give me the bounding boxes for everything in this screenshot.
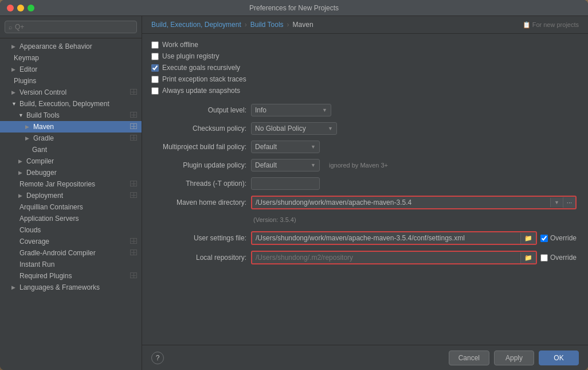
output-level-control: Info ▼ bbox=[249, 103, 579, 118]
sidebar-item-languages[interactable]: ▶ Languages & Frameworks bbox=[0, 282, 142, 293]
search-bar: ⌕ bbox=[0, 16, 142, 38]
maven-home-browse-btn[interactable]: ··· bbox=[563, 197, 575, 208]
multiproject-control: Default ▼ bbox=[249, 139, 579, 154]
sidebar-item-required-plugins[interactable]: Required Plugins bbox=[0, 270, 142, 282]
sidebar-item-label: Build, Execution, Deployment bbox=[19, 100, 109, 108]
cancel-button[interactable]: Cancel bbox=[449, 350, 489, 365]
local-repo-label: Local repository: bbox=[151, 250, 249, 266]
maven-home-input[interactable] bbox=[252, 197, 550, 208]
arrow-icon: ▶ bbox=[25, 124, 31, 130]
checkbox-print-exception: Print exception stack traces bbox=[151, 75, 579, 83]
sidebar-item-clouds[interactable]: Clouds bbox=[0, 224, 142, 236]
local-repo-override-checkbox[interactable] bbox=[540, 254, 548, 262]
use-plugin-registry-checkbox[interactable] bbox=[151, 53, 159, 60]
search-input-wrap[interactable]: ⌕ bbox=[5, 21, 137, 33]
sidebar-item-label: Deployment bbox=[26, 192, 63, 200]
user-settings-input-wrap: 📁 bbox=[251, 231, 537, 245]
user-settings-browse-btn[interactable]: 📁 bbox=[520, 233, 536, 244]
sidebar-item-debugger[interactable]: ▶ Debugger bbox=[0, 167, 142, 178]
arrow-icon: ▶ bbox=[11, 285, 17, 290]
local-repo-input-wrap: 📁 bbox=[251, 251, 537, 264]
arrow-icon: ▶ bbox=[11, 44, 17, 49]
multiproject-label: Multiproject build fail policy: bbox=[151, 139, 249, 154]
sidebar-item-deployment[interactable]: ▶ Deployment bbox=[0, 190, 142, 201]
maven-home-label: Maven home directory: bbox=[151, 194, 249, 211]
maven-home-row: Maven home directory: ▼ ··· bbox=[151, 194, 579, 211]
threads-row: Threads (-T option): bbox=[151, 176, 579, 191]
local-repo-input[interactable] bbox=[252, 252, 520, 263]
sidebar-item-maven[interactable]: ▶ Maven bbox=[0, 121, 142, 133]
help-button[interactable]: ? bbox=[151, 352, 164, 364]
window-title: Preferences for New Projects bbox=[249, 4, 339, 12]
sidebar-item-label: Coverage bbox=[19, 237, 49, 246]
output-level-dropdown[interactable]: Info ▼ bbox=[251, 104, 331, 116]
sidebar-item-editor[interactable]: ▶ Editor bbox=[0, 64, 142, 75]
user-settings-input[interactable] bbox=[252, 232, 520, 244]
threads-label: Threads (-T option): bbox=[151, 176, 249, 191]
sidebar-item-gradle[interactable]: ▶ Gradle bbox=[0, 133, 142, 144]
checkbox-execute-goals: Execute goals recursively bbox=[151, 64, 579, 72]
sidebar-item-label: Required Plugins bbox=[19, 272, 72, 280]
breadcrumb-build-exec[interactable]: Build, Execution, Deployment bbox=[151, 21, 241, 29]
checksum-policy-value: No Global Policy bbox=[255, 124, 306, 133]
ok-button[interactable]: OK bbox=[539, 350, 579, 365]
sidebar: ⌕ ▶ Appearance & Behavior Keymap ▶ Edito… bbox=[0, 16, 142, 370]
chevron-down-icon: ▼ bbox=[311, 162, 316, 168]
local-repo-browse-btn[interactable]: 📁 bbox=[520, 252, 536, 263]
sidebar-item-coverage[interactable]: Coverage bbox=[0, 236, 142, 247]
minimize-button[interactable] bbox=[17, 5, 24, 11]
arrow-open-icon: ▼ bbox=[18, 112, 24, 118]
multiproject-dropdown[interactable]: Default ▼ bbox=[251, 141, 320, 153]
maven-home-dropdown-btn[interactable]: ▼ bbox=[550, 198, 563, 207]
execute-goals-checkbox[interactable] bbox=[151, 64, 159, 72]
chevron-down-icon: ▼ bbox=[322, 107, 327, 113]
breadcrumb-build-tools[interactable]: Build Tools bbox=[250, 21, 284, 29]
checksum-policy-dropdown[interactable]: No Global Policy ▼ bbox=[251, 122, 337, 135]
settings-form: Output level: Info ▼ Checksum policy: bbox=[151, 99, 579, 269]
grid-icon bbox=[130, 249, 137, 257]
threads-input[interactable] bbox=[251, 177, 320, 190]
sidebar-item-gant[interactable]: Gant bbox=[0, 144, 142, 155]
bottom-bar: ? Cancel Apply OK bbox=[142, 345, 588, 370]
plugin-update-dropdown[interactable]: Default ▼ bbox=[251, 159, 320, 172]
grid-icon bbox=[130, 192, 137, 200]
always-update-checkbox[interactable] bbox=[151, 87, 159, 95]
sidebar-item-label: Keymap bbox=[14, 54, 39, 62]
arrow-open-icon: ▼ bbox=[11, 101, 17, 107]
sidebar-item-plugins[interactable]: Plugins bbox=[0, 75, 142, 87]
checksum-policy-label: Checksum policy: bbox=[151, 121, 249, 136]
local-repo-row: Local repository: 📁 Override bbox=[151, 250, 579, 266]
user-settings-override-label: Override bbox=[550, 234, 577, 242]
sidebar-item-keymap[interactable]: Keymap bbox=[0, 52, 142, 64]
sidebar-item-label: Gant bbox=[32, 146, 47, 154]
sidebar-item-gradle-android[interactable]: Gradle-Android Compiler bbox=[0, 247, 142, 259]
badge-icon: 📋 bbox=[523, 21, 531, 29]
override-wrap-local-repo: Override bbox=[540, 254, 577, 262]
grid-icon bbox=[130, 123, 137, 131]
sidebar-item-version-control[interactable]: ▶ Version Control bbox=[0, 87, 142, 98]
sidebar-item-instant-run[interactable]: Instant Run bbox=[0, 259, 142, 270]
sidebar-item-build-tools[interactable]: ▼ Build Tools bbox=[0, 110, 142, 121]
sidebar-item-arquillian[interactable]: Arquillian Containers bbox=[0, 201, 142, 213]
maximize-button[interactable] bbox=[28, 5, 34, 11]
search-input[interactable] bbox=[15, 23, 133, 31]
close-button[interactable] bbox=[7, 5, 14, 11]
user-settings-override-checkbox[interactable] bbox=[540, 235, 548, 242]
search-icon: ⌕ bbox=[9, 24, 13, 30]
sidebar-item-label: Remote Jar Repositories bbox=[19, 180, 95, 188]
print-exception-checkbox[interactable] bbox=[151, 76, 159, 83]
apply-button[interactable]: Apply bbox=[494, 350, 534, 365]
plugin-update-value: Default bbox=[255, 161, 277, 169]
sidebar-item-appearance[interactable]: ▶ Appearance & Behavior bbox=[0, 41, 142, 52]
sidebar-item-label: Plugins bbox=[14, 77, 36, 85]
sidebar-item-remote-jar[interactable]: Remote Jar Repositories bbox=[0, 178, 142, 190]
plugin-update-label: Plugin update policy: bbox=[151, 158, 249, 173]
sidebar-item-compiler[interactable]: ▶ Compiler bbox=[0, 155, 142, 167]
traffic-lights bbox=[7, 5, 34, 11]
work-offline-checkbox[interactable] bbox=[151, 41, 159, 49]
version-note: (Version: 3.5.4) bbox=[251, 215, 577, 225]
multiproject-value: Default bbox=[255, 143, 277, 151]
sidebar-item-app-servers[interactable]: Application Servers bbox=[0, 213, 142, 224]
maven-home-control: ▼ ··· bbox=[249, 194, 579, 211]
sidebar-item-build-exec[interactable]: ▼ Build, Execution, Deployment bbox=[0, 98, 142, 110]
